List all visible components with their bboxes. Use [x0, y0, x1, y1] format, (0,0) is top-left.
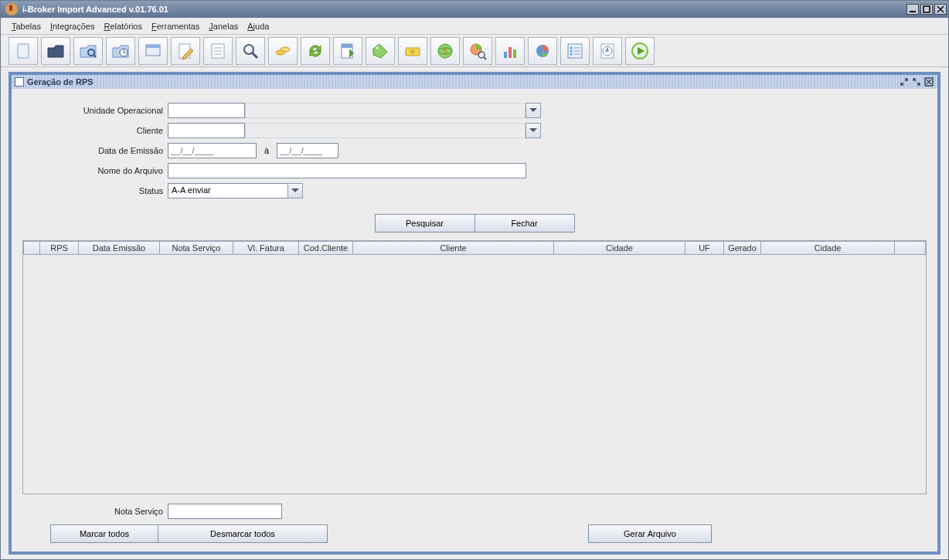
- svg-point-37: [570, 46, 573, 49]
- grid-body[interactable]: [23, 255, 926, 494]
- col-checkbox[interactable]: [23, 241, 40, 255]
- tool-globe-money[interactable]: $: [430, 37, 460, 65]
- java-icon: [5, 3, 18, 15]
- label-status: Status: [21, 186, 168, 195]
- menu-tabelas[interactable]: Tabelas: [7, 20, 46, 32]
- svg-point-39: [570, 53, 573, 55]
- grid-header: RPS Data Emissão Nota Serviço Vl. Fatura…: [23, 241, 926, 255]
- gerar-arquivo-button[interactable]: Gerar Arquivo: [588, 524, 712, 543]
- tool-folder-clock[interactable]: [106, 37, 135, 65]
- results-grid: RPS Data Emissão Nota Serviço Vl. Fatura…: [22, 240, 927, 494]
- tool-pie-search[interactable]: [463, 37, 492, 65]
- svg-line-31: [484, 57, 486, 59]
- unidade-desc: [245, 103, 526, 118]
- col-vl-fatura[interactable]: Vl. Fatura: [233, 241, 299, 255]
- col-cidade2[interactable]: Cidade: [761, 241, 895, 255]
- svg-text:$: $: [443, 46, 447, 56]
- bottom-area: Nota Serviço Marcar todos Desmarcar todo…: [21, 502, 928, 544]
- svg-point-30: [478, 52, 485, 58]
- data-ate-input[interactable]: [277, 143, 338, 158]
- label-unidade: Unidade Operacional: [21, 106, 168, 115]
- menu-ajuda[interactable]: Ajuda: [243, 20, 274, 32]
- menu-relatorios[interactable]: Relatórios: [99, 20, 147, 32]
- svg-point-23: [376, 46, 379, 49]
- data-de-input[interactable]: [168, 143, 257, 158]
- desmarcar-todos-button[interactable]: Desmarcar todos: [158, 524, 328, 543]
- cliente-code-input[interactable]: [168, 123, 245, 138]
- inner-maximize-button[interactable]: [911, 76, 922, 87]
- minimize-button[interactable]: [906, 4, 919, 15]
- tool-open-folder-dark[interactable]: [41, 37, 70, 65]
- unidade-code-input[interactable]: [168, 103, 245, 118]
- tool-folder-search[interactable]: [73, 37, 103, 65]
- col-rps[interactable]: RPS: [40, 241, 79, 255]
- inner-window-title: Geração de RPS: [27, 77, 94, 87]
- menu-integracoes[interactable]: Integrações: [46, 20, 100, 32]
- tool-search[interactable]: [236, 37, 265, 65]
- marcar-todos-button[interactable]: Marcar todos: [50, 524, 158, 543]
- tool-tag[interactable]: [366, 37, 395, 65]
- label-cliente: Cliente: [21, 126, 168, 135]
- nome-arquivo-input[interactable]: [168, 163, 526, 178]
- menubar: Movimentação Tabelas Integrações Relatór…: [1, 18, 948, 35]
- tool-bar-chart[interactable]: [495, 37, 525, 65]
- svg-rect-34: [513, 49, 516, 58]
- svg-rect-33: [509, 47, 512, 58]
- window-title: i-Broker Import Advanced v.01.76.01: [22, 5, 906, 14]
- col-cliente[interactable]: Cliente: [353, 241, 554, 255]
- menu-janelas[interactable]: Janelas: [204, 20, 243, 32]
- mdi-area: Geração de RPS Unidade Operacional Clien…: [1, 67, 948, 559]
- filter-form: Unidade Operacional Cliente Data de Emis…: [21, 101, 928, 240]
- svg-rect-1: [923, 6, 930, 12]
- nota-servico-input[interactable]: [168, 504, 282, 519]
- svg-point-25: [410, 49, 415, 54]
- cliente-desc: [245, 123, 526, 138]
- col-tail: [895, 241, 926, 255]
- toolbar: $: [1, 35, 948, 67]
- status-dropdown[interactable]: [287, 183, 303, 199]
- inner-iconify-button[interactable]: [899, 76, 910, 87]
- status-value: A-A enviar: [168, 183, 287, 199]
- svg-point-20: [281, 47, 290, 52]
- col-gerado[interactable]: Gerado: [724, 241, 761, 255]
- tool-doc-lines[interactable]: [203, 37, 233, 65]
- label-a: à: [264, 146, 269, 155]
- status-select[interactable]: A-A enviar: [168, 183, 303, 199]
- svg-rect-32: [504, 52, 507, 58]
- tool-report[interactable]: [333, 37, 362, 65]
- tool-play[interactable]: [625, 37, 655, 65]
- tool-coins[interactable]: [268, 37, 298, 65]
- col-uf[interactable]: UF: [685, 241, 724, 255]
- inner-titlebar: Geração de RPS: [12, 75, 937, 89]
- inner-body: Unidade Operacional Cliente Data de Emis…: [12, 89, 937, 552]
- label-nota-servico: Nota Serviço: [21, 507, 168, 516]
- svg-line-18: [252, 53, 257, 58]
- tool-edit-doc[interactable]: [171, 37, 200, 65]
- tool-compass[interactable]: [593, 37, 622, 65]
- menu-ferramentas[interactable]: Ferramentas: [147, 20, 204, 32]
- tool-new-doc[interactable]: [9, 37, 38, 65]
- close-button[interactable]: [934, 4, 947, 15]
- maximize-button[interactable]: [920, 4, 933, 15]
- label-data-emissao: Data de Emissão: [21, 146, 168, 155]
- col-cod-cliente[interactable]: Cod.Cliente: [299, 241, 353, 255]
- label-nome-arquivo: Nome do Arquivo: [21, 166, 168, 175]
- pesquisar-button[interactable]: Pesquisar: [375, 214, 475, 232]
- tool-money[interactable]: [398, 37, 427, 65]
- titlebar: i-Broker Import Advanced v.01.76.01: [1, 1, 948, 18]
- svg-rect-22: [342, 44, 352, 48]
- svg-point-38: [570, 49, 573, 52]
- inner-window: Geração de RPS Unidade Operacional Clien…: [9, 72, 940, 555]
- unidade-dropdown[interactable]: [526, 103, 541, 118]
- inner-close-button[interactable]: [923, 76, 934, 87]
- cliente-dropdown[interactable]: [526, 123, 541, 138]
- tool-list-blue[interactable]: [560, 37, 590, 65]
- svg-rect-11: [146, 45, 160, 48]
- tool-refresh[interactable]: [301, 37, 330, 65]
- col-cidade[interactable]: Cidade: [554, 241, 685, 255]
- col-data-emissao[interactable]: Data Emissão: [79, 241, 160, 255]
- fechar-button[interactable]: Fechar: [474, 214, 575, 232]
- tool-pie-chart[interactable]: [528, 37, 557, 65]
- tool-window[interactable]: [138, 37, 168, 65]
- col-nota-servico[interactable]: Nota Serviço: [160, 241, 233, 255]
